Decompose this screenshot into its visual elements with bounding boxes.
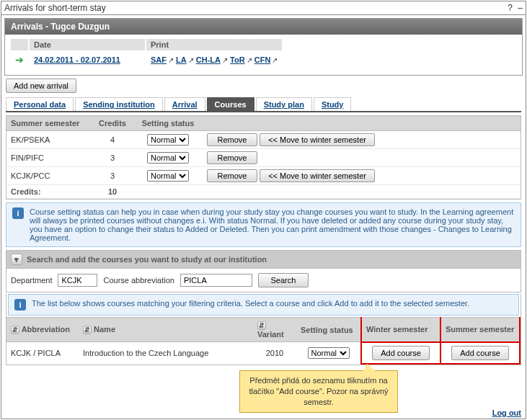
course-abbr: FIN/PIFC (6, 149, 93, 167)
variant-sort-icon[interactable]: ⇵ (257, 321, 266, 330)
status-info-text: Course setting status can help you in ca… (30, 207, 515, 242)
popup-icon: ↗ (272, 56, 278, 64)
remove-button[interactable]: Remove (207, 133, 257, 146)
status-select[interactable]: Normal (147, 134, 189, 146)
print-la-link[interactable]: LA (176, 55, 187, 64)
tab-personal-data[interactable]: Personal data (6, 97, 74, 111)
col-credits: Credits (93, 116, 132, 131)
popup-icon: ↗ (222, 56, 228, 64)
window-title: Arrivals for short-term stay (4, 3, 106, 13)
remove-button[interactable]: Remove (207, 151, 257, 164)
course-abbr: EK/PSEKA (6, 131, 93, 149)
tab-study[interactable]: Study (314, 97, 352, 111)
course-credits: 4 (93, 131, 132, 149)
tab-courses[interactable]: Courses (207, 97, 254, 111)
result-abbr: KCJK / PICLA (6, 342, 79, 364)
logout-link[interactable]: Log out (492, 408, 521, 417)
result-status-select[interactable]: Normal (308, 347, 350, 359)
filter-info-text: The list below shows courses matching yo… (32, 299, 469, 310)
result-variant: 2010 (253, 342, 296, 364)
course-credits: 3 (93, 167, 132, 185)
annotation-tooltip: Předmět přidá do seznamu tliknutím na tl… (239, 370, 398, 413)
filter-info-box: i The list below shows courses matching … (8, 294, 519, 316)
date-range-link[interactable]: 24.02.2011 - 02.07.2011 (34, 55, 120, 64)
tooltip-text: Předmět přidá do seznamu tliknutím na tl… (249, 376, 388, 406)
course-abbr-input[interactable] (180, 274, 252, 287)
print-cfn-link[interactable]: CFN (254, 55, 271, 64)
move-to-winter-button[interactable]: << Move to winter semester (260, 169, 375, 182)
courses-table: Summer semester Credits Setting status E… (6, 116, 521, 199)
course-row: FIN/PIFC 3 Normal Remove (6, 149, 521, 167)
col-setting-status: Setting status (296, 318, 361, 342)
tab-sending-institution[interactable]: Sending institution (75, 97, 163, 111)
help-icon[interactable]: ? (508, 3, 513, 13)
add-course-winter-button[interactable]: Add course (372, 346, 430, 360)
course-abbr-label: Course abbreviation (103, 276, 174, 285)
minimize-icon[interactable]: – (518, 3, 523, 13)
search-section-header: ▾ Search and add the courses you want to… (6, 250, 521, 269)
add-course-summer-button[interactable]: Add course (451, 346, 509, 360)
department-label: Department (11, 276, 52, 285)
print-chla-link[interactable]: CH-LA (196, 55, 221, 64)
status-select[interactable]: Normal (147, 170, 189, 182)
course-row: EK/PSEKA 4 Normal Remove << Move to wint… (6, 131, 521, 149)
app-window: Arrivals for short-term stay ? – Arrival… (1, 1, 526, 419)
col-abbr: Abbreviation (22, 325, 70, 334)
collapse-toggle-icon[interactable]: ▾ (11, 254, 22, 265)
col-name: Name (94, 325, 115, 334)
totals-label: Credits: (6, 185, 93, 199)
print-links: SAF↗ LA↗ CH-LA↗ ToR↗ CFN↗ (146, 52, 282, 68)
move-to-winter-button[interactable]: << Move to winter semester (260, 133, 375, 146)
course-abbr: KCJK/PCC (6, 167, 93, 185)
print-tor-link[interactable]: ToR (230, 55, 245, 64)
result-row: KCJK / PICLA Introduction to the Czech L… (6, 342, 520, 364)
department-input[interactable] (58, 274, 97, 287)
info-icon: i (12, 207, 24, 219)
footer: Log out (492, 408, 521, 417)
window-titlebar: Arrivals for short-term stay ? – (1, 1, 526, 15)
popup-icon: ↗ (247, 56, 252, 64)
search-section-title: Search and add the courses you want to s… (27, 255, 267, 264)
tab-study-plan[interactable]: Study plan (256, 97, 312, 111)
col-status: Setting status (132, 116, 204, 131)
add-new-arrival-button[interactable]: Add new arrival (6, 79, 76, 93)
window-controls: ? – (505, 3, 523, 13)
col-print: Print (146, 39, 282, 50)
popup-icon: ↗ (168, 56, 174, 64)
result-name: Introduction to the Czech Language (79, 342, 253, 364)
col-winter-sem: Winter semester (361, 318, 440, 342)
col-summer-sem: Summer semester (440, 318, 520, 342)
current-row-arrow-icon: ➔ (15, 54, 24, 66)
name-sort-icon[interactable]: ⇵ (83, 326, 92, 334)
remove-button[interactable]: Remove (207, 169, 257, 182)
print-saf-link[interactable]: SAF (151, 55, 167, 64)
totals-value: 10 (93, 185, 132, 199)
course-credits: 3 (93, 149, 132, 167)
status-info-box: i Course setting status can help you in … (6, 202, 521, 247)
results-table: ⇵ Abbreviation ⇵ Name ⇵ Variant Setting … (6, 317, 521, 365)
info-icon: i (14, 299, 26, 310)
courses-table-box: Summer semester Credits Setting status E… (6, 115, 521, 200)
col-summer-sem: Summer semester (6, 116, 93, 131)
course-row: KCJK/PCC 3 Normal Remove << Move to wint… (6, 167, 521, 185)
totals-row: Credits: 10 (6, 185, 521, 199)
status-select[interactable]: Normal (147, 152, 189, 164)
tab-arrival[interactable]: Arrival (164, 97, 205, 111)
search-form: Department Course abbreviation Search (6, 269, 521, 292)
popup-icon: ↗ (188, 56, 194, 64)
col-date: Date (30, 39, 145, 50)
tab-bar: Personal data Sending institution Arriva… (6, 97, 521, 112)
panel-title: Arrivals - Tugce Duzgun (5, 19, 522, 35)
col-variant: Variant (257, 330, 284, 339)
abbr-sort-icon[interactable]: ⇵ (11, 326, 19, 334)
search-button[interactable]: Search (258, 273, 309, 287)
results-section: i The list below shows courses matching … (6, 294, 521, 365)
arrival-detail-table: Date Print ➔ 24.02.2011 - 02.07.2011 SAF… (9, 37, 283, 69)
arrivals-panel: Arrivals - Tugce Duzgun Date Print ➔ 24.… (4, 18, 523, 76)
